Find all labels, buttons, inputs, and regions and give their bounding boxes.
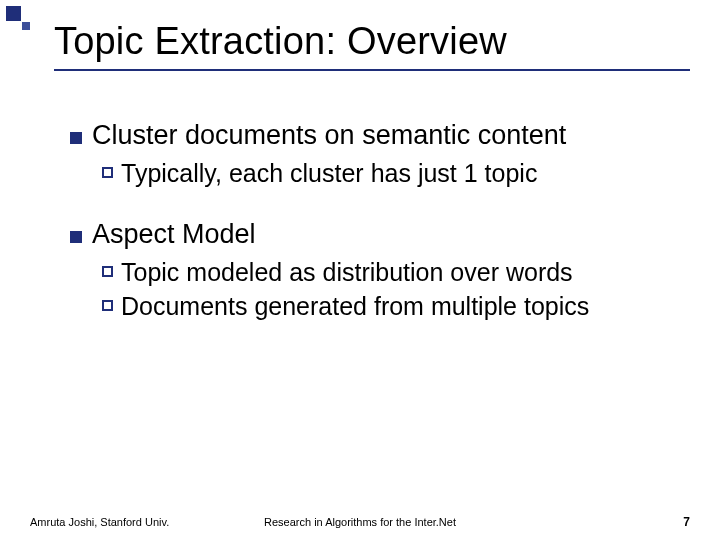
bullet-text: Documents generated from multiple topics: [121, 290, 589, 324]
slide-content: Cluster documents on semantic content Ty…: [70, 120, 680, 351]
sub-bullet-group: Typically, each cluster has just 1 topic: [102, 157, 680, 191]
bullet-level2: Documents generated from multiple topics: [102, 290, 680, 324]
slide-title: Topic Extraction: Overview: [54, 20, 690, 63]
bullet-text: Aspect Model: [92, 219, 256, 250]
slide-number: 7: [683, 515, 690, 529]
square-icon: [22, 22, 30, 30]
title-block: Topic Extraction: Overview: [54, 20, 690, 71]
square-bullet-icon: [70, 132, 82, 144]
title-underline: [54, 69, 690, 71]
bullet-text: Topic modeled as distribution over words: [121, 256, 573, 290]
bullet-level2: Topic modeled as distribution over words: [102, 256, 680, 290]
sub-bullet-group: Topic modeled as distribution over words…: [102, 256, 680, 324]
square-bullet-icon: [70, 231, 82, 243]
bullet-level2: Typically, each cluster has just 1 topic: [102, 157, 680, 191]
open-square-bullet-icon: [102, 266, 113, 277]
open-square-bullet-icon: [102, 167, 113, 178]
bullet-text: Typically, each cluster has just 1 topic: [121, 157, 537, 191]
square-icon: [6, 6, 21, 21]
bullet-text: Cluster documents on semantic content: [92, 120, 566, 151]
footer-title: Research in Algorithms for the Inter.Net: [264, 516, 456, 528]
bullet-level1: Cluster documents on semantic content: [70, 120, 680, 151]
bullet-level1: Aspect Model: [70, 219, 680, 250]
corner-decoration: [0, 0, 30, 28]
open-square-bullet-icon: [102, 300, 113, 311]
